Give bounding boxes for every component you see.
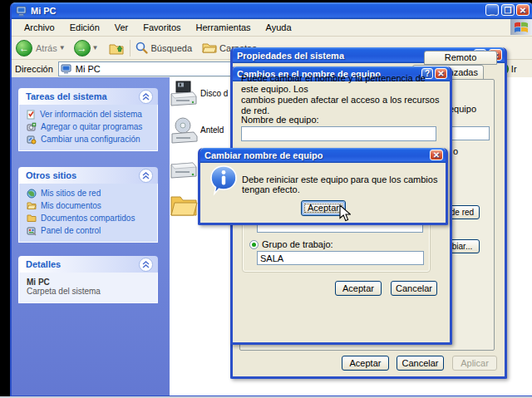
folders-icon[interactable] [202, 42, 217, 54]
menu-bar: Archivo Edición Ver Favoritos Herramient… [12, 19, 532, 37]
close-button[interactable]: ✕ [516, 4, 530, 16]
forward-dropdown-icon[interactable]: ▼ [92, 44, 99, 52]
search-icon[interactable] [135, 41, 149, 55]
chevron-up-icon[interactable] [139, 169, 153, 183]
toolbar-separator [130, 40, 131, 57]
mouse-cursor [339, 204, 351, 224]
address-value: Mi PC [76, 64, 101, 74]
restart-message-box: Cambiar nombre de equipo ✕ Debe reinicia… [198, 148, 448, 225]
my-documents-icon [27, 201, 37, 210]
workgroup-label: Grupo de trabajo: [262, 239, 333, 249]
panel-title: Otros sitios [26, 170, 76, 180]
computer-icon [61, 64, 72, 75]
sidebar-item-mis-sitios-red[interactable]: Mis sitios de red [27, 187, 154, 199]
back-label: Atrás [36, 43, 57, 53]
my-computer-titlebar: Mi PC _ ❐ ✕ [12, 2, 532, 19]
details-item-description: Carpeta del sistema [27, 287, 154, 296]
ok-button[interactable]: Aceptar [335, 281, 382, 296]
sidebar-item-label: Panel de control [41, 226, 101, 235]
window-title: Cambiar nombre de equipo [204, 150, 323, 160]
panel-details-header[interactable]: Detalles [18, 256, 158, 273]
system-info-icon [27, 110, 36, 120]
sidebar-item-label: Agregar o quitar programas [41, 122, 142, 131]
close-button[interactable]: ✕ [430, 150, 443, 160]
sidebar-item-agregar-quitar[interactable]: Agregar o quitar programas [27, 120, 154, 133]
panel-other-places-header[interactable]: Otros sitios [18, 167, 158, 184]
window-title: Mi PC [31, 6, 57, 16]
sidebar-item-ver-informacion[interactable]: Ver información del sistema [27, 108, 154, 120]
shared-documents-icon [27, 214, 37, 223]
menu-archivo[interactable]: Archivo [17, 21, 62, 34]
desktop: Mi PC _ ❐ ✕ Archivo Edición Ver Favorito… [0, 0, 532, 398]
task-pane: Tareas del sistema Ver información del s… [12, 77, 170, 396]
panel-system-tasks-header[interactable]: Tareas del sistema [18, 88, 158, 105]
floppy-drive-icon[interactable] [169, 81, 199, 109]
add-remove-programs-icon [27, 122, 37, 132]
sidebar-item-label: Documentos compartidos [41, 214, 135, 223]
restart-message-titlebar: Cambiar nombre de equipo ✕ [200, 148, 446, 163]
label-fragment-o: o [453, 146, 458, 156]
panel-other-places: Otros sitios Mis sitios de red Mis docum… [18, 167, 158, 243]
control-panel-icon [27, 226, 37, 236]
network-places-icon [27, 189, 37, 199]
maximize-button[interactable]: ❐ [501, 4, 515, 16]
cancel-button[interactable]: Cancelar [397, 356, 444, 371]
search-label[interactable]: Búsqueda [151, 43, 193, 53]
sidebar-item-label: Mis documentos [41, 201, 101, 210]
apply-button[interactable]: Aplicar [452, 356, 497, 371]
cancel-button[interactable]: Cancelar [391, 281, 437, 296]
chevron-up-icon[interactable] [139, 258, 153, 272]
sidebar-item-mis-documentos[interactable]: Mis documentos [27, 199, 154, 212]
message-text: Debe reiniciar este equipo para que los … [242, 174, 446, 194]
computer-name-label: Nombre de equipo: [241, 115, 319, 125]
go-label: Ir [511, 64, 517, 74]
workgroup-input[interactable] [257, 251, 424, 265]
back-button[interactable]: ← [16, 40, 32, 57]
up-folder-icon[interactable] [109, 41, 126, 56]
sidebar-item-label: Ver información del sistema [40, 110, 142, 119]
panel-title: Tareas del sistema [26, 91, 107, 101]
computer-icon [16, 6, 27, 17]
panel-title: Detalles [26, 259, 61, 269]
label-fragment-equipo: equipo [449, 104, 476, 114]
info-icon [209, 165, 238, 197]
dialog-description: Puede cambiar el nombre y la pertenencia… [241, 73, 441, 116]
change-setting-icon [27, 135, 37, 145]
menu-edicion[interactable]: Edición [62, 21, 107, 34]
back-dropdown-icon[interactable]: ▼ [59, 44, 66, 52]
menu-ayuda[interactable]: Ayuda [259, 21, 299, 34]
computer-description-field[interactable] [446, 126, 490, 140]
ok-button[interactable]: Aceptar [342, 356, 389, 371]
panel-system-tasks: Tareas del sistema Ver información del s… [18, 88, 158, 151]
windows-logo-icon [510, 19, 532, 35]
minimize-button[interactable]: _ [485, 4, 499, 16]
window-title: Propiedades del sistema [237, 51, 344, 61]
sidebar-item-label: Mis sitios de red [41, 189, 101, 198]
sidebar-item-documentos-compartidos[interactable]: Documentos compartidos [27, 212, 154, 224]
details-item-name: Mi PC [27, 278, 154, 287]
panel-details: Detalles Mi PC Carpeta del sistema [18, 256, 158, 303]
address-label: Dirección [15, 64, 53, 74]
chevron-up-icon[interactable] [139, 90, 153, 104]
cd-drive-icon[interactable] [170, 117, 200, 145]
tab-remoto[interactable]: Remoto [424, 51, 497, 65]
sidebar-item-cambiar-configuracion[interactable]: Cambiar una configuración [27, 133, 154, 145]
drive-label[interactable]: Disco d [200, 89, 228, 98]
workgroup-radio[interactable] [249, 240, 259, 249]
folder-icon[interactable] [170, 192, 198, 219]
computer-name-input[interactable] [241, 126, 436, 141]
drive-label[interactable]: Anteld [200, 125, 224, 135]
sidebar-item-label: Cambiar una configuración [41, 135, 140, 144]
sidebar-item-panel-control[interactable]: Panel de control [27, 224, 154, 237]
forward-button[interactable]: → [74, 40, 91, 57]
menu-herramientas[interactable]: Herramientas [189, 21, 259, 34]
menu-favoritos[interactable]: Favoritos [135, 21, 188, 34]
menu-ver[interactable]: Ver [107, 21, 136, 34]
hard-drive-icon[interactable] [169, 158, 199, 183]
